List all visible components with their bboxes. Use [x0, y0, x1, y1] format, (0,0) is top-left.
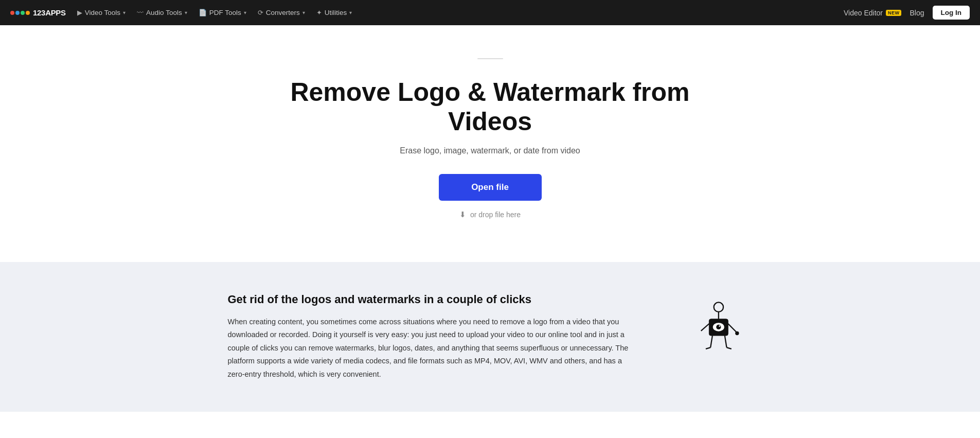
illustration-svg — [675, 293, 747, 355]
svg-line-8 — [724, 336, 726, 347]
chevron-down-icon-5: ▾ — [349, 10, 352, 15]
nav-menu: ▶ Video Tools ▾ 〰 Audio Tools ▾ 📄 PDF To… — [72, 6, 357, 20]
svg-point-6 — [719, 325, 720, 327]
svg-line-9 — [701, 324, 709, 331]
nav-item-audio-tools-label: Audio Tools — [146, 9, 182, 16]
svg-point-5 — [716, 325, 721, 329]
content-text: Get rid of the logos and watermarks in a… — [228, 293, 639, 381]
nav-item-video-tools[interactable]: ▶ Video Tools ▾ — [72, 6, 131, 20]
navbar: 123APPS ▶ Video Tools ▾ 〰 Audio Tools ▾ … — [0, 0, 980, 25]
chevron-down-icon-4: ▾ — [302, 10, 305, 15]
content-illustration — [670, 293, 753, 355]
chevron-down-icon-2: ▾ — [185, 10, 187, 15]
logo-dots — [10, 11, 30, 15]
logo-dot-green — [21, 11, 25, 15]
content-section: Get rid of the logos and watermarks in a… — [0, 262, 980, 412]
video-editor-link[interactable]: Video Editor NEW — [844, 9, 902, 17]
nav-left: 123APPS ▶ Video Tools ▾ 〰 Audio Tools ▾ … — [10, 6, 357, 20]
utilities-icon: ✦ — [316, 9, 322, 16]
drop-area[interactable]: ⬇ or drop file here — [459, 210, 521, 219]
pdf-tools-icon: 📄 — [199, 9, 207, 16]
video-editor-label: Video Editor — [844, 9, 883, 17]
login-button[interactable]: Log In — [933, 6, 970, 20]
nav-item-pdf-tools-label: PDF Tools — [209, 9, 241, 16]
svg-point-11 — [735, 331, 739, 335]
logo-dot-blue — [15, 11, 20, 15]
logo-text: 123APPS — [33, 8, 66, 17]
hero-subtitle: Erase logo, image, watermark, or date fr… — [400, 146, 580, 155]
hero-divider — [477, 58, 503, 59]
nav-item-pdf-tools[interactable]: 📄 PDF Tools ▾ — [193, 6, 252, 20]
hero-section: Remove Logo & Watermark from Videos Eras… — [0, 25, 980, 262]
content-inner: Get rid of the logos and watermarks in a… — [207, 293, 773, 381]
svg-line-12 — [705, 347, 710, 349]
download-icon: ⬇ — [459, 210, 466, 219]
new-badge: NEW — [886, 10, 902, 16]
svg-point-0 — [714, 302, 723, 311]
nav-item-utilities-label: Utilities — [325, 9, 347, 16]
logo[interactable]: 123APPS — [10, 8, 66, 17]
drop-label: or drop file here — [470, 211, 521, 219]
content-body: When creating content, you sometimes com… — [228, 316, 639, 381]
nav-right: Video Editor NEW Blog Log In — [844, 6, 970, 20]
logo-dot-red — [10, 11, 14, 15]
content-title: Get rid of the logos and watermarks in a… — [228, 293, 639, 306]
chevron-down-icon: ▾ — [123, 10, 126, 15]
open-file-button[interactable]: Open file — [439, 174, 542, 201]
hero-title: Remove Logo & Watermark from Videos — [284, 78, 696, 137]
logo-dot-yellow — [26, 11, 30, 15]
nav-item-video-tools-label: Video Tools — [85, 9, 120, 16]
converters-icon: ⟳ — [258, 9, 263, 16]
blog-link[interactable]: Blog — [910, 9, 924, 17]
video-tools-icon: ▶ — [77, 9, 82, 16]
svg-line-10 — [728, 324, 736, 332]
chevron-down-icon-3: ▾ — [244, 10, 246, 15]
nav-item-audio-tools[interactable]: 〰 Audio Tools ▾ — [132, 6, 192, 20]
svg-line-13 — [726, 347, 731, 349]
nav-item-utilities[interactable]: ✦ Utilities ▾ — [311, 6, 358, 20]
audio-tools-icon: 〰 — [137, 9, 144, 16]
nav-item-converters[interactable]: ⟳ Converters ▾ — [253, 6, 310, 20]
nav-item-converters-label: Converters — [266, 9, 300, 16]
svg-line-7 — [710, 336, 712, 347]
blog-label: Blog — [910, 9, 924, 17]
